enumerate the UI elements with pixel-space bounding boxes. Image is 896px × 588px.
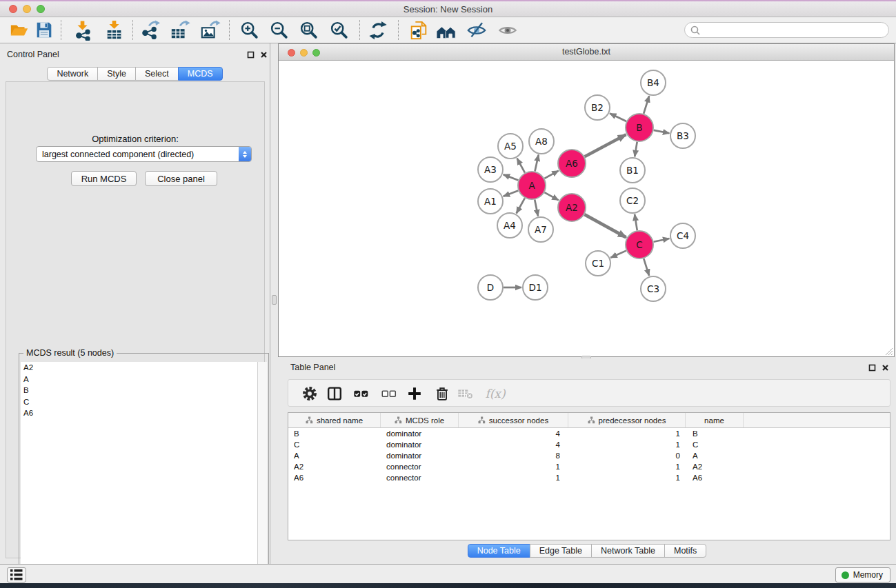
home-network-button[interactable] bbox=[435, 19, 458, 41]
result-item[interactable]: A bbox=[21, 374, 267, 385]
graph-node-label-A5: A5 bbox=[504, 141, 517, 152]
tab-motifs[interactable]: Motifs bbox=[664, 544, 706, 558]
import-table-button[interactable] bbox=[103, 19, 126, 41]
memory-button[interactable]: Memory bbox=[835, 567, 890, 582]
mcds-result-items: A2ABCA6 bbox=[21, 362, 267, 419]
export-table-icon bbox=[170, 20, 190, 41]
hide-panels-button[interactable] bbox=[465, 19, 488, 41]
table-cell: 1 bbox=[459, 461, 568, 472]
graph-edge-B-B3[interactable] bbox=[654, 130, 670, 133]
table-panel: Table Panel bbox=[278, 358, 896, 583]
network-canvas[interactable]: AA6A2BCA1A3A4A5A7A8B1B2B3B4C1C2C3C4DD1 bbox=[279, 61, 894, 356]
graph-edge-A6-B[interactable] bbox=[585, 134, 626, 156]
close-panel-button[interactable] bbox=[259, 50, 268, 59]
add-row-button[interactable] bbox=[404, 383, 425, 404]
save-session-button[interactable] bbox=[32, 19, 56, 41]
zoom-fit-icon bbox=[299, 20, 319, 41]
delete-row-button[interactable] bbox=[432, 383, 452, 404]
graph-node-label-B4: B4 bbox=[647, 77, 659, 88]
table-header-row: shared nameMCDS rolesuccessor nodesprede… bbox=[288, 413, 890, 428]
result-scrollbar[interactable] bbox=[257, 362, 267, 587]
graph-edge-A-A4[interactable] bbox=[517, 198, 525, 213]
task-history-button[interactable] bbox=[7, 567, 26, 582]
graph-edge-A-A7[interactable] bbox=[535, 200, 538, 216]
result-item[interactable]: A6 bbox=[21, 407, 267, 419]
criterion-select[interactable]: largest connected component (directed) bbox=[36, 146, 252, 162]
zoom-out-button[interactable] bbox=[268, 19, 291, 41]
column-header-MCDS-role[interactable]: MCDS role bbox=[381, 413, 459, 427]
search-input[interactable] bbox=[704, 24, 888, 37]
table-row[interactable]: Cdominator41C bbox=[288, 439, 890, 450]
graph-edge-C-C1[interactable] bbox=[610, 251, 626, 258]
tab-network-table[interactable]: Network Table bbox=[591, 544, 665, 558]
graph-edge-C-C3[interactable] bbox=[644, 258, 649, 276]
graph-edge-C-C2[interactable] bbox=[635, 214, 637, 230]
zoom-selected-icon bbox=[329, 20, 350, 41]
table-row[interactable]: Adominator80A bbox=[288, 450, 890, 461]
table-row[interactable]: A6connector11A6 bbox=[288, 472, 890, 483]
graph-edge-B-B1[interactable] bbox=[635, 142, 637, 157]
table-row[interactable]: A2connector11A2 bbox=[288, 461, 890, 472]
column-header-shared-name[interactable]: shared name bbox=[288, 413, 381, 427]
search-field[interactable] bbox=[684, 22, 889, 38]
open-session-button[interactable] bbox=[8, 19, 31, 41]
graph-edge-A-A6[interactable] bbox=[544, 171, 558, 179]
graph-edge-A2-C[interactable] bbox=[584, 214, 626, 237]
export-image-button[interactable] bbox=[199, 19, 222, 41]
float-table-panel-button[interactable] bbox=[868, 363, 877, 372]
table-cell: dominator bbox=[381, 439, 459, 450]
close-panel-pushbutton[interactable]: Close panel bbox=[145, 171, 217, 186]
resize-grip[interactable] bbox=[884, 346, 893, 356]
divider-handle[interactable] bbox=[272, 295, 277, 305]
table-settings-button[interactable] bbox=[299, 383, 320, 404]
export-network-button[interactable] bbox=[139, 19, 162, 41]
graph-edge-B-B2[interactable] bbox=[610, 114, 626, 121]
unchecked-boxes-icon bbox=[380, 385, 398, 403]
two-houses-icon bbox=[436, 20, 457, 41]
column-header-name[interactable]: name bbox=[686, 413, 744, 427]
unselect-all-button[interactable] bbox=[379, 383, 399, 404]
export-table-button[interactable] bbox=[168, 19, 192, 41]
tab-edge-table[interactable]: Edge Table bbox=[530, 544, 592, 558]
tab-select[interactable]: Select bbox=[135, 67, 179, 81]
tab-network[interactable]: Network bbox=[47, 67, 98, 81]
graph-edge-A-A5[interactable] bbox=[517, 159, 525, 173]
graph-edge-A-A1[interactable] bbox=[504, 191, 519, 196]
column-header-label: MCDS role bbox=[406, 416, 444, 425]
tab-node-table[interactable]: Node Table bbox=[468, 544, 530, 558]
graph-edge-C-C4[interactable] bbox=[654, 239, 670, 242]
graph-edge-A-A2[interactable] bbox=[544, 192, 558, 200]
show-graphics-details-button[interactable] bbox=[496, 19, 519, 41]
column-header-predecessor-nodes[interactable]: predecessor nodes bbox=[568, 413, 686, 427]
network-window-titlebar[interactable]: testGlobe.txt bbox=[279, 44, 894, 61]
tab-mcds[interactable]: MCDS bbox=[178, 67, 223, 81]
graph-edge-A-A8[interactable] bbox=[535, 155, 538, 172]
show-column-button[interactable] bbox=[324, 383, 345, 404]
graph-edge-B-B4[interactable] bbox=[644, 96, 649, 114]
tab-style[interactable]: Style bbox=[97, 67, 136, 81]
zoom-selected-button[interactable] bbox=[328, 19, 351, 41]
vertical-split-divider[interactable] bbox=[271, 43, 278, 564]
column-header-label: shared name bbox=[317, 416, 363, 425]
float-panel-button[interactable] bbox=[246, 50, 255, 59]
graph-node-label-D: D bbox=[487, 282, 494, 293]
import-network-button[interactable] bbox=[71, 19, 94, 41]
zoom-in-button[interactable] bbox=[238, 19, 261, 41]
graph-edge-A-A3[interactable] bbox=[504, 174, 519, 180]
clone-network-button[interactable] bbox=[407, 19, 430, 41]
result-item[interactable]: B bbox=[21, 385, 267, 396]
mcds-result-list: A2ABCA6 bbox=[21, 362, 267, 587]
table-row[interactable]: Bdominator41B bbox=[288, 428, 890, 439]
run-mcds-button[interactable]: Run MCDS bbox=[71, 171, 137, 186]
table-panel-title: Table Panel bbox=[290, 363, 335, 372]
zoom-fit-button[interactable] bbox=[297, 19, 321, 41]
graph-node-label-A6: A6 bbox=[566, 158, 578, 169]
table-cell: B bbox=[686, 428, 744, 439]
column-header-successor-nodes[interactable]: successor nodes bbox=[459, 413, 568, 427]
close-table-panel-button[interactable] bbox=[881, 363, 890, 372]
result-item[interactable]: C bbox=[21, 396, 267, 408]
refresh-layout-button[interactable] bbox=[366, 19, 390, 41]
select-all-button[interactable] bbox=[351, 383, 372, 404]
result-item[interactable]: A2 bbox=[21, 362, 267, 374]
mcds-result-title: MCDS result (5 nodes) bbox=[23, 348, 117, 358]
